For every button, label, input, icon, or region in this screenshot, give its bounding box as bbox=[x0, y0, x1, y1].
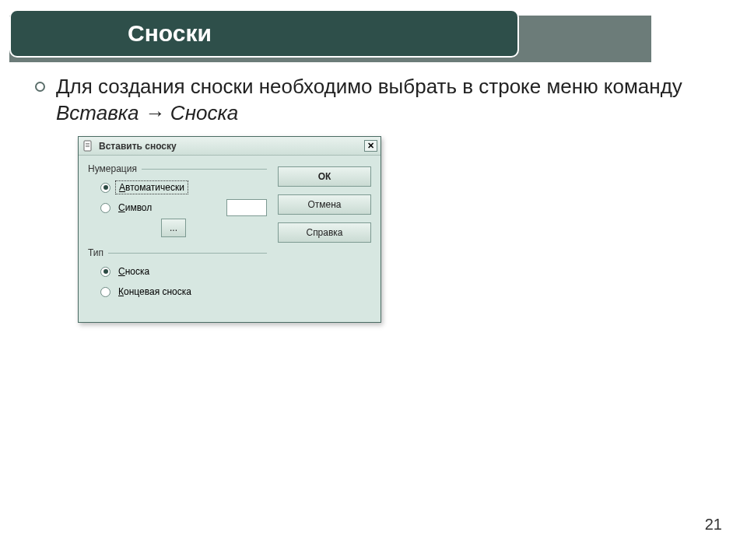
radio-footnote-label: Сноска bbox=[115, 265, 153, 278]
symbol-input[interactable] bbox=[226, 199, 267, 216]
document-icon bbox=[82, 140, 94, 152]
help-button-char: С bbox=[306, 227, 313, 238]
radio-auto[interactable] bbox=[100, 183, 110, 193]
radio-symbol[interactable] bbox=[100, 203, 110, 213]
group-type-label: Тип bbox=[88, 247, 267, 258]
radio-endnote[interactable] bbox=[100, 287, 110, 297]
help-button[interactable]: Справка bbox=[278, 222, 371, 243]
slide-body: Для создания сноски необходимо выбрать в… bbox=[35, 74, 712, 127]
radio-footnote[interactable] bbox=[100, 267, 110, 277]
radio-row-footnote[interactable]: Сноска bbox=[100, 263, 267, 280]
radio-endnote-label-rest: онцевая сноска bbox=[124, 286, 191, 297]
bullet-text-plain: Для создания сноски необходимо выбрать в… bbox=[56, 75, 682, 98]
dialog-buttons-column: ОК Отмена Справка bbox=[278, 163, 371, 311]
svg-rect-2 bbox=[86, 145, 89, 145]
symbol-browse-button[interactable]: ... bbox=[161, 219, 186, 237]
svg-rect-1 bbox=[86, 143, 89, 144]
radio-symbol-label-char: С bbox=[118, 202, 125, 213]
bullet-text: Для создания сноски необходимо выбрать в… bbox=[56, 74, 712, 127]
svg-rect-3 bbox=[86, 146, 89, 147]
radio-auto-label-char: А bbox=[119, 182, 125, 193]
svg-rect-0 bbox=[84, 141, 91, 151]
bullet-icon bbox=[35, 82, 45, 92]
page-number: 21 bbox=[705, 516, 722, 534]
radio-row-auto[interactable]: Автоматически bbox=[100, 179, 267, 196]
title-box: Сноски bbox=[9, 9, 519, 58]
cancel-button[interactable]: Отмена bbox=[278, 194, 371, 215]
radio-row-symbol[interactable]: Символ bbox=[100, 199, 267, 216]
radio-row-endnote[interactable]: Концевая сноска bbox=[100, 283, 267, 300]
radio-endnote-label: Концевая сноска bbox=[115, 285, 195, 298]
radio-auto-label-rest: втоматически bbox=[125, 182, 184, 193]
radio-endnote-label-char: К bbox=[118, 286, 124, 297]
slide-title: Сноски bbox=[128, 20, 212, 47]
radio-symbol-label: Символ bbox=[115, 201, 155, 214]
radio-footnote-label-rest: носка bbox=[125, 266, 150, 277]
dialog-body: Нумерация Автоматически Символ bbox=[79, 156, 381, 322]
bullet-item: Для создания сноски необходимо выбрать в… bbox=[35, 74, 712, 127]
dialog-titlebar[interactable]: Вставить сноску ✕ bbox=[79, 137, 381, 156]
dialog-title: Вставить сноску bbox=[99, 141, 177, 152]
help-button-rest: правка bbox=[313, 227, 342, 238]
ok-button[interactable]: ОК bbox=[278, 166, 371, 187]
bullet-text-emph: Вставка → Сноска bbox=[56, 101, 238, 124]
dialog-options-column: Нумерация Автоматически Символ bbox=[88, 163, 267, 311]
radio-symbol-label-rest: имвол bbox=[125, 202, 153, 213]
radio-footnote-label-char: С bbox=[118, 266, 125, 277]
group-numbering-label: Нумерация bbox=[88, 163, 267, 174]
close-button[interactable]: ✕ bbox=[364, 140, 377, 152]
group-numbering: Нумерация Автоматически Символ bbox=[88, 163, 267, 240]
group-type: Тип Сноска Концевая сноска bbox=[88, 247, 267, 303]
radio-auto-label: Автоматически bbox=[115, 180, 188, 194]
insert-footnote-dialog: Вставить сноску ✕ Нумерация Автоматическ… bbox=[78, 136, 381, 323]
